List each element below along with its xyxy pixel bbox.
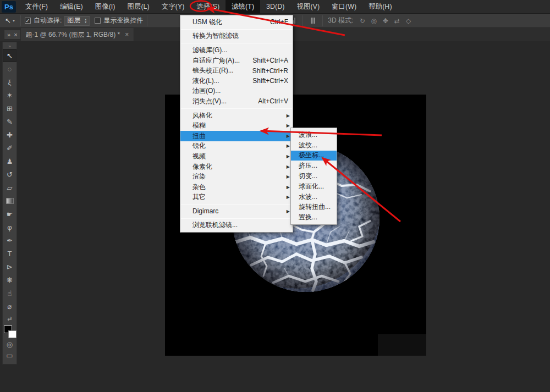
filter-menu-item-16[interactable]: 像素化▶ bbox=[180, 162, 293, 172]
pen-tool[interactable]: ✒ bbox=[3, 234, 16, 247]
shape-tool[interactable]: ❋ bbox=[3, 273, 16, 286]
swap-colors-icon[interactable]: ⇄ bbox=[3, 313, 16, 324]
dodge-tool[interactable]: φ bbox=[3, 220, 16, 234]
tools-panel-header[interactable]: » bbox=[8, 44, 10, 49]
3d-mode-icons: ↻◎✥⇄◇ bbox=[356, 16, 414, 25]
options-divider bbox=[20, 15, 21, 26]
menu-item-label: 滤镜库(G)... bbox=[193, 46, 288, 55]
menubar-item-select[interactable]: 选择(S) bbox=[190, 0, 226, 14]
distort-submenu-item-1[interactable]: 波纹... bbox=[291, 140, 337, 151]
distort-submenu-item-8[interactable]: 置换... bbox=[291, 212, 337, 223]
menubar-item-type[interactable]: 文字(Y) bbox=[156, 0, 191, 14]
menu-separator bbox=[181, 29, 292, 30]
menu-item-label: 模糊 bbox=[193, 121, 288, 130]
filter-menu-item-7[interactable]: 液化(L)...Shift+Ctrl+X bbox=[180, 76, 293, 86]
distort-submenu-item-7[interactable]: 旋转扭曲... bbox=[291, 202, 337, 213]
crop-tool[interactable]: ⊞ bbox=[3, 102, 16, 115]
marquee-tool[interactable]: ◌ bbox=[3, 62, 16, 75]
filter-menu-item-15[interactable]: 视频▶ bbox=[180, 151, 293, 162]
menubar-item-edit[interactable]: 编辑(E) bbox=[54, 0, 89, 14]
document-tab[interactable]: 题-1 @ 66.7% (图层 1, RGB/8) * × bbox=[21, 28, 135, 41]
filter-menu-item-0[interactable]: USM 锐化Ctrl+F bbox=[180, 17, 293, 27]
show-transform-checkbox[interactable] bbox=[95, 18, 101, 24]
filter-menu-item-8[interactable]: 油画(O)... bbox=[180, 86, 293, 97]
auto-select-checkbox[interactable]: ✓ bbox=[25, 18, 31, 24]
menubar-item-help[interactable]: 帮助(H) bbox=[362, 0, 398, 14]
hand-tool[interactable]: ☝ bbox=[3, 286, 16, 300]
path-selection-tool[interactable]: ⊳ bbox=[3, 260, 16, 273]
photoshop-window: Ps 文件(F)编辑(E)图像(I)图层(L)文字(Y)选择(S)滤镜(T)3D… bbox=[0, 0, 550, 392]
3d-mode-icon-1[interactable]: ◎ bbox=[369, 16, 378, 25]
menu-item-label: 切变... bbox=[299, 172, 332, 181]
3d-mode-icon-0[interactable]: ↻ bbox=[358, 16, 367, 25]
3d-mode-icon-2[interactable]: ✥ bbox=[381, 16, 390, 25]
menubar-item-layer[interactable]: 图层(L) bbox=[121, 0, 155, 14]
gradient-tool[interactable] bbox=[3, 194, 16, 207]
3d-mode-icon-4[interactable]: ◇ bbox=[404, 16, 413, 25]
distort-submenu-item-6[interactable]: 水波... bbox=[291, 192, 337, 202]
type-tool[interactable]: T bbox=[3, 247, 16, 260]
menu-item-label: 油画(O)... bbox=[193, 86, 288, 96]
filter-menu-item-17[interactable]: 渲染▶ bbox=[180, 172, 293, 182]
filter-menu-item-2[interactable]: 转换为智能滤镜 bbox=[180, 31, 293, 42]
filter-menu-item-4[interactable]: 滤镜库(G)... bbox=[180, 45, 293, 56]
menubar-item-view[interactable]: 视图(V) bbox=[290, 0, 326, 14]
menu-item-shortcut: Ctrl+F bbox=[270, 18, 288, 26]
eraser-tool[interactable]: ▱ bbox=[3, 181, 16, 194]
quick-selection-tool[interactable]: ✶ bbox=[3, 89, 16, 102]
distort-submenu-item-4[interactable]: 切变... bbox=[291, 171, 337, 181]
menubar-item-file[interactable]: 文件(F) bbox=[19, 0, 54, 14]
zoom-tool[interactable]: ⌀ bbox=[3, 300, 16, 313]
menubar-item-image[interactable]: 图像(I) bbox=[89, 0, 122, 14]
menu-item-shortcut: Shift+Ctrl+R bbox=[252, 67, 288, 75]
auto-select-target-dropdown[interactable]: 图层 ▲▼ bbox=[64, 16, 90, 26]
color-swatches bbox=[3, 325, 16, 339]
tab-close-icon[interactable]: × bbox=[125, 31, 129, 38]
healing-brush-tool[interactable]: ✚ bbox=[3, 128, 16, 141]
panel-close-icon[interactable]: × bbox=[14, 31, 17, 38]
filter-menu-item-21[interactable]: Digimarc▶ bbox=[180, 206, 293, 217]
filter-menu-item-19[interactable]: 其它▶ bbox=[180, 192, 293, 203]
distort-submenu-item-5[interactable]: 球面化... bbox=[291, 181, 337, 192]
distort-submenu-item-3[interactable]: 挤压... bbox=[291, 161, 337, 171]
panel-collapse-chip[interactable]: » × bbox=[4, 30, 21, 40]
menu-item-label: 镜头校正(R)... bbox=[193, 66, 243, 75]
move-tool[interactable]: ↖ bbox=[3, 49, 16, 62]
menu-item-label: 挤压... bbox=[299, 161, 332, 170]
menu-item-label: Digimarc bbox=[193, 207, 288, 215]
filter-menu-item-12[interactable]: 模糊▶ bbox=[180, 120, 293, 131]
filter-menu-item-13[interactable]: 扭曲▶ bbox=[180, 131, 293, 141]
filter-menu-item-5[interactable]: 自适应广角(A)...Shift+Ctrl+A bbox=[180, 56, 293, 66]
menubar-item-filter[interactable]: 滤镜(T) bbox=[226, 0, 260, 14]
brush-tool[interactable]: ✐ bbox=[3, 141, 16, 154]
filter-menu-item-14[interactable]: 锐化▶ bbox=[180, 141, 293, 152]
auto-select-label: 自动选择: bbox=[34, 16, 62, 25]
filter-menu-item-6[interactable]: 镜头校正(R)...Shift+Ctrl+R bbox=[180, 65, 293, 76]
menubar-item-window[interactable]: 窗口(W) bbox=[326, 0, 362, 14]
filter-menu-item-18[interactable]: 杂色▶ bbox=[180, 182, 293, 192]
quick-mask-button[interactable]: ◎ bbox=[3, 339, 16, 350]
menubar-item-3d[interactable]: 3D(D) bbox=[260, 0, 290, 14]
eyedropper-tool[interactable]: ✎ bbox=[3, 115, 16, 128]
distort-submenu-item-0[interactable]: 波浪... bbox=[291, 130, 337, 140]
smudge-tool[interactable]: ☛ bbox=[3, 207, 16, 220]
filter-menu-item-23[interactable]: 浏览联机滤镜... bbox=[180, 220, 293, 231]
submenu-arrow-icon: ▶ bbox=[287, 113, 290, 118]
menu-item-label: 其它 bbox=[193, 192, 288, 202]
tool-preset-caret-icon[interactable]: ▾ bbox=[13, 18, 15, 23]
menu-item-label: 浏览联机滤镜... bbox=[193, 220, 288, 230]
collapse-panels-icon[interactable]: » bbox=[7, 31, 10, 38]
submenu-arrow-icon: ▶ bbox=[287, 134, 290, 139]
distribute-icon[interactable] bbox=[308, 16, 317, 25]
3d-mode-icon-3[interactable]: ⇄ bbox=[392, 16, 402, 25]
move-tool-preset-icon[interactable]: ↖ bbox=[5, 16, 11, 25]
submenu-arrow-icon: ▶ bbox=[287, 164, 290, 169]
clone-stamp-tool[interactable]: ♟ bbox=[3, 154, 16, 168]
filter-menu-item-9[interactable]: 消失点(V)...Alt+Ctrl+V bbox=[180, 96, 293, 107]
distort-submenu-item-2[interactable]: 极坐标... bbox=[291, 151, 337, 161]
background-color-swatch[interactable] bbox=[8, 330, 16, 338]
screen-mode-button[interactable]: ▭ bbox=[3, 350, 16, 361]
filter-menu-item-11[interactable]: 风格化▶ bbox=[180, 111, 293, 121]
lasso-tool[interactable]: ξ bbox=[3, 75, 16, 89]
history-brush-tool[interactable]: ↺ bbox=[3, 168, 16, 181]
